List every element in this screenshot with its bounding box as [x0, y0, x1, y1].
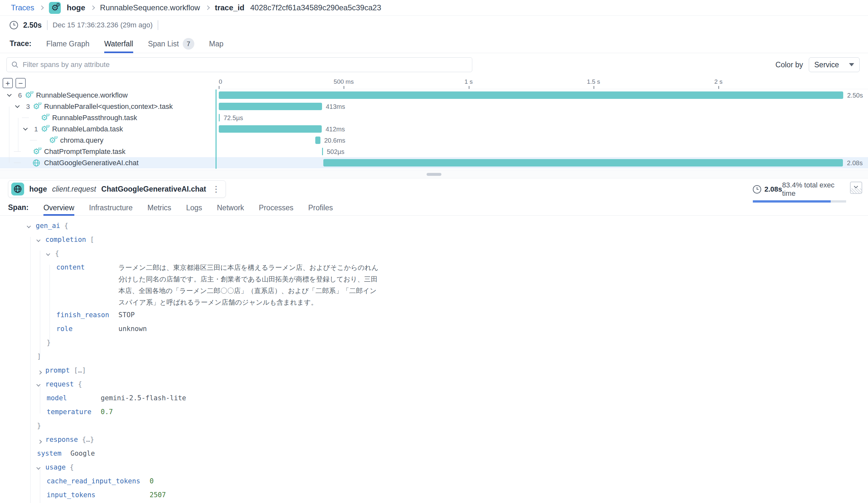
axis-tick-mark [344, 86, 344, 89]
splitter-drag-handle[interactable] [427, 173, 441, 176]
json-row-role: roleunknown [0, 322, 868, 336]
caret-right-icon[interactable] [37, 364, 45, 378]
caret-down-icon[interactable] [37, 233, 45, 247]
caret-down-icon[interactable] [12, 105, 22, 108]
collapse-panel-button[interactable] [850, 182, 862, 194]
span-count-badge: 7 [183, 38, 194, 50]
span-tab-network[interactable]: Network [217, 200, 244, 216]
json-row-}: } [0, 336, 868, 350]
span-tree-cell: 6⚙⚙RunnableSequence.workflow [0, 91, 216, 100]
json-value: gemini-2.5-flash-lite [101, 391, 186, 405]
color-by-value: Service [814, 61, 839, 69]
span-filter-input[interactable] [22, 61, 467, 69]
span-name: RunnableLambda.task [50, 125, 123, 133]
span-bar[interactable] [219, 125, 322, 133]
timeline-zero-line [216, 90, 217, 169]
waterfall-row[interactable]: 6⚙⚙RunnableSequence.workflow2.50s [0, 90, 868, 101]
span-detail-header: hoge client.request ChatGoogleGenerative… [0, 178, 868, 200]
trace-tab-span-list[interactable]: Span List7 [148, 34, 194, 53]
span-duration-label: 2.08s [847, 159, 862, 167]
span-duration-label: 412ms [326, 125, 345, 133]
span-bar[interactable] [219, 114, 220, 121]
trace-tabs: Flame GraphWaterfallSpan List7Map [46, 34, 224, 53]
waterfall-row[interactable]: ChatGoogleGenerativeAI.chat2.08s [0, 157, 868, 169]
span-identity-chip[interactable]: hoge client.request ChatGoogleGenerative… [8, 180, 226, 198]
json-row-completion: completion [ [0, 233, 868, 247]
expand-all-button[interactable]: + [2, 78, 13, 88]
breadcrumb-service[interactable]: hoge [66, 3, 85, 12]
json-value: unknown [118, 322, 147, 336]
trace-tab-map[interactable]: Map [209, 34, 224, 53]
json-punctuation: {…} [82, 433, 94, 447]
span-filter-box[interactable] [7, 57, 472, 72]
json-key: gen_ai [36, 219, 64, 233]
span-bar[interactable] [219, 103, 322, 110]
caret-down-icon[interactable] [27, 219, 36, 233]
gears-icon: ⚙⚙ [22, 91, 34, 99]
json-value: 0.7 [101, 405, 113, 419]
gears-icon: ⚙⚙ [39, 125, 50, 133]
waterfall-row[interactable]: ⚙⚙ChatPromptTemplate.task502µs [0, 146, 868, 157]
span-tab-metrics[interactable]: Metrics [147, 200, 171, 216]
json-key: role [56, 322, 118, 336]
kebab-menu-icon[interactable]: ⋮ [211, 184, 220, 194]
span-tab-processes[interactable]: Processes [259, 200, 293, 216]
waterfall-row[interactable]: ⚙⚙RunnablePassthrough.task72.5µs [0, 112, 868, 123]
json-punctuation: [ [90, 233, 94, 247]
json-row-prompt: prompt […] [0, 364, 868, 378]
span-bar[interactable] [323, 159, 843, 167]
span-bar[interactable] [315, 137, 320, 144]
dropdown-arrow-icon [849, 63, 854, 66]
span-name: chroma.query [58, 136, 104, 144]
json-row-gen_ai: gen_ai { [0, 219, 868, 233]
divider [47, 20, 48, 30]
collapse-all-button[interactable]: − [16, 78, 26, 88]
json-row-input_tokens: input_tokens2507 [0, 488, 868, 502]
waterfall-row[interactable]: 3⚙⚙RunnableParallel<question,context>.ta… [0, 101, 868, 112]
json-row-finish_reason: finish_reasonSTOP [0, 308, 868, 322]
caret-down-icon[interactable] [4, 94, 14, 97]
span-bar[interactable] [219, 91, 843, 99]
json-punctuation: } [46, 336, 51, 350]
tree-connector [29, 140, 38, 140]
color-by-control: Color by Service [775, 57, 861, 72]
json-row-]: ] [0, 350, 868, 364]
axis-tick: 1 s [469, 78, 477, 85]
span-duration-label: 413ms [326, 103, 345, 110]
span-overview-tree: gen_ai {completion [{contentラーメン二郎は、東京都港… [0, 216, 868, 503]
caret-down-icon[interactable] [37, 461, 45, 474]
color-by-select[interactable]: Service [809, 57, 860, 72]
breadcrumb-workflow[interactable]: RunnableSequence.workflow [100, 3, 200, 12]
span-tab-profiles[interactable]: Profiles [308, 200, 333, 216]
trace-tab-waterfall[interactable]: Waterfall [104, 34, 133, 53]
span-bar[interactable] [322, 148, 323, 155]
span-tab-logs[interactable]: Logs [186, 200, 202, 216]
span-name: ChatGoogleGenerativeAI.chat [42, 159, 139, 167]
caret-down-icon[interactable] [21, 128, 30, 131]
span-tabs-label: Span: [8, 203, 29, 212]
trace-duration: 2.50s [23, 21, 42, 30]
breadcrumb-traces-link[interactable]: Traces [11, 3, 34, 12]
span-operation: client.request [52, 185, 96, 193]
child-count: 1 [30, 125, 39, 133]
json-punctuation: { [70, 461, 74, 474]
axis-tick: 2 s [719, 78, 726, 85]
json-value: Google [71, 447, 95, 461]
json-punctuation: { [55, 247, 59, 261]
breadcrumb-trace-id-value: 4028c7f2cf61a34589c290ea5c39ca23 [250, 3, 381, 12]
span-tab-overview[interactable]: Overview [43, 200, 74, 216]
timeline-cell: 2.50s [216, 90, 868, 101]
waterfall-row[interactable]: 1⚙⚙RunnableLambda.task412ms [0, 123, 868, 134]
trace-tab-bar: Trace: Flame GraphWaterfallSpan List7Map [0, 34, 868, 53]
json-punctuation: { [64, 219, 69, 233]
caret-down-icon[interactable] [37, 378, 45, 391]
caret-down-icon[interactable] [46, 247, 55, 261]
waterfall-row[interactable]: ⚙⚙chroma.query20.6ms [0, 134, 868, 146]
json-punctuation: } [37, 419, 41, 433]
json-row-request: request { [0, 378, 868, 391]
trace-tab-flame-graph[interactable]: Flame Graph [46, 34, 90, 53]
waterfall-rows: 6⚙⚙RunnableSequence.workflow2.50s3⚙⚙Runn… [0, 90, 868, 169]
span-tab-infrastructure[interactable]: Infrastructure [89, 200, 133, 216]
span-tree-cell: 3⚙⚙RunnableParallel<question,context>.ta… [0, 102, 216, 111]
caret-right-icon[interactable] [37, 433, 45, 447]
